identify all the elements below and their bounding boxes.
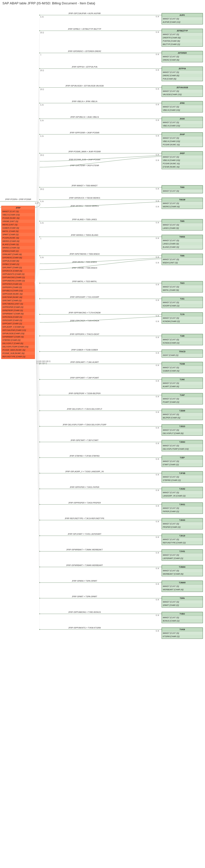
root-field: ISPPVA [CHAR (8)] [2, 260, 19, 262]
svg-point-188 [161, 473, 162, 474]
fk-edge-label: JFRP-ISPVAUSGB = JDTVAUSGB-VAUSGB [66, 85, 104, 87]
fk-mult: 0..N [156, 599, 159, 601]
root-field: ISPETMEINS [UNIT (3)] [2, 303, 23, 305]
target-title: TJEP [180, 457, 185, 459]
fk-mult-src: 1 [40, 54, 42, 56]
target-title: T000 [180, 186, 184, 188]
svg-point-239 [39, 629, 40, 630]
target-field: SPART [CHAR (2)] [163, 604, 179, 606]
target-title: TJK03 [179, 519, 185, 521]
svg-point-77 [161, 103, 162, 104]
root-field: VRKME [UNIT (3)] [2, 220, 18, 222]
svg-point-117 [161, 237, 162, 237]
fk-edge-label: JFRP-SPARA = TSPA-SPART [72, 580, 97, 582]
target-field: MANDT [CLNT (3)] [163, 601, 179, 603]
svg-text:0..N: 0..N [156, 320, 159, 322]
target-field: MANDT [CLNT (3)] [163, 523, 179, 525]
svg-point-138 [161, 314, 162, 315]
target-title: TJK01 [179, 503, 185, 505]
target-title: TGSB [180, 363, 185, 365]
target-title: TJV01 [179, 550, 185, 552]
target-field: VBELN [CHAR (10)] [163, 140, 180, 142]
target-title: TJFSB [179, 472, 185, 474]
target-title: T006 [180, 255, 184, 257]
target-field: LAND1 [CHAR (3)] [163, 243, 179, 245]
target-field: WERBEART [CHAR (4)] [163, 589, 184, 591]
root-field: ISPWRBAKT [CHAR (8)] [2, 313, 24, 315]
target-title: JKAK [180, 118, 185, 120]
fk-mult: 0..N [156, 505, 159, 507]
target-title: TJK19 [179, 535, 185, 537]
target-field: MANDT [CLNT (3)] [163, 224, 179, 226]
target-field: LANDGRP_VK [CHAR (2)] [163, 495, 186, 497]
target-field: MANDT [CLNT (3)] [163, 258, 179, 260]
target-field: MATKL [CHAR (9)] [163, 289, 179, 291]
target-title: TJD23 [179, 425, 185, 427]
target-title: TJWAR [179, 582, 186, 584]
target-field: MANDT [CLNT (3)] [163, 382, 179, 384]
fk-mult: 0..N [156, 521, 159, 523]
target-title: TFACD [179, 350, 185, 352]
target-field: MANDT [CLNT (3)] [163, 429, 179, 431]
fk-edge-label: JFRP-ISPPOART = TJAP-POART [70, 377, 99, 379]
target-field: MANDT [CLNT (3)] [163, 492, 179, 494]
target-field: STBFREI [CHAR (2)] [163, 479, 181, 481]
target-field: ETART [CHAR (2)] [163, 464, 179, 466]
svg-point-149 [39, 351, 40, 352]
target-field: MANDT [CLNT (3)] [163, 239, 179, 242]
svg-point-82 [161, 118, 162, 119]
root-field: VBELN [CHAR (10)] [2, 214, 20, 216]
root-field: POSNR [NUMC (6)] [2, 217, 20, 219]
target-field: PVA [CHAR (8)] [163, 78, 177, 80]
svg-point-61 [161, 53, 162, 54]
svg-point-234 [39, 614, 40, 614]
root-field: POSNR_SUB [NUMC (6)] [2, 352, 25, 354]
fk-edge-label: JFRP-DELIVSPLITGRP = TJD63-DELIVSPLITGRP [62, 424, 106, 426]
target-field: MANDT [CLNT (3)] [163, 507, 179, 509]
svg-point-223 [161, 582, 162, 583]
target-field: DELIVSPLITGRP [CHAR (10)] [163, 448, 189, 450]
target-field: ETENR [NUMC (4)] [163, 166, 180, 168]
target-title: TJAP [180, 394, 185, 396]
target-title: T005 [180, 220, 184, 222]
svg-text:0..N: 0..N [156, 262, 159, 264]
fk-edge-label: JFRP-ISPBEZ = JDTBEZTYP-BEZTYP [68, 28, 101, 30]
root-field: ISPPVABONG [CHAR (2)] [2, 280, 25, 282]
svg-point-233 [161, 614, 162, 614]
target-field: BONUS [CHAR (2)] [163, 620, 180, 622]
svg-point-228 [161, 598, 162, 599]
fk-edge-label: JFRP-MANDT = T000-MANDT [72, 185, 98, 187]
root-field: GSBER [CHAR (4)] [2, 227, 19, 229]
target-field: BLAND [CHAR (3)] [163, 246, 179, 248]
svg-point-198 [161, 504, 162, 505]
target-field: PRSPER [CHAR (2)] [163, 526, 181, 528]
root-field: ISPDRERZ [CHAR (8)] [2, 256, 22, 259]
svg-point-67 [161, 68, 162, 69]
svg-point-204 [39, 520, 40, 521]
fk-edge-label: JFRP-ISPKDGRP = T151-KDGRP [70, 296, 99, 298]
svg-point-95 [161, 153, 162, 154]
svg-point-144 [161, 336, 162, 336]
fk-edge-label: JFRP-GSBER = TGSB-GSBER [71, 349, 98, 351]
root-field: SPARA [CHAR (2)] [2, 250, 19, 252]
target-field: MANDT [CLNT (3)] [163, 286, 179, 288]
fk-mult-src: 0..N [40, 222, 44, 224]
svg-point-178 [161, 442, 162, 442]
fk-mult: 0..N [156, 222, 159, 224]
svg-point-50 [39, 15, 40, 16]
fk-edge-label: JFRP-ISPETART = TJEP-ETART [71, 439, 99, 441]
root-field: WERKS [CHAR (4)] [2, 240, 20, 242]
target-title: TVBO [180, 613, 185, 615]
target-field: MANDT [CLNT (3)] [163, 106, 179, 108]
root-field: POSNR_MAIN [NUMC (6)] [2, 349, 25, 351]
root-field: ISPPVAKNTG [CHAR (2)] [2, 273, 25, 275]
target-field: POSNR [NUMC (6)] [163, 144, 180, 146]
root-title: JFRP [16, 207, 21, 209]
svg-point-203 [161, 520, 162, 521]
root-field: ISPWRBART [CHAR (4)] [2, 336, 24, 338]
target-field: IDENT [CHAR (2)] [163, 354, 179, 356]
fk-mult-src: {0,1} [40, 154, 44, 156]
fk-edge-label: JFRP-ISPPVABONG = TVBO-BONUS [68, 611, 101, 613]
fk-mult-src: 1 [40, 238, 42, 240]
root-field: ISPBEZ [CHAR (2)] [2, 263, 19, 265]
